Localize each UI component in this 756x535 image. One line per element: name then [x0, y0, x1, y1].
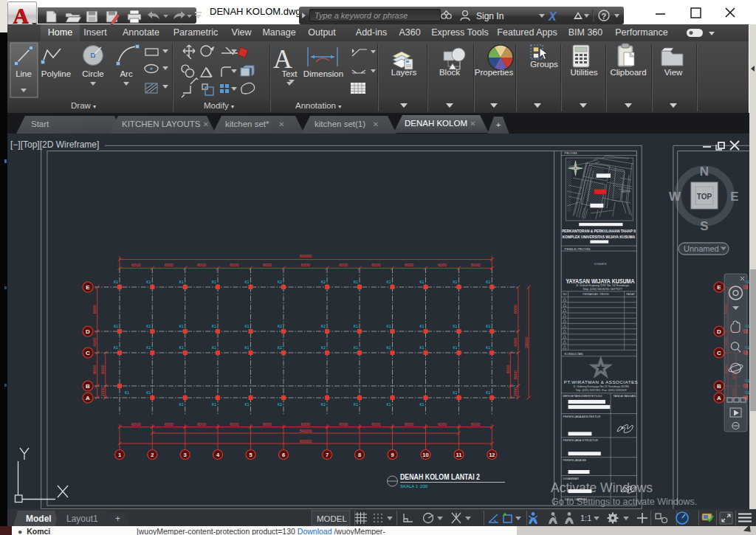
- svg-text:K1: K1: [387, 346, 391, 350]
- svg-text:K1: K1: [387, 403, 391, 407]
- svg-text:PARAF: PARAF: [626, 293, 636, 296]
- svg-text:Go to Settings to activate Win: Go to Settings to activate Windows.: [551, 497, 697, 507]
- svg-text:K2: K2: [321, 280, 326, 284]
- svg-text:Line: Line: [16, 69, 32, 78]
- svg-text:C: C: [717, 350, 721, 356]
- svg-text:2: 2: [151, 452, 154, 458]
- svg-text:PERKANTORAN & PERKULIAHAN TAHA: PERKANTORAN & PERKULIAHAN TAHAP II: [562, 229, 636, 233]
- svg-text:K1: K1: [179, 325, 184, 328]
- svg-text:6000: 6000: [230, 263, 238, 267]
- svg-text:Telp. (031) 5057391, Fax. (031: Telp. (031) 5057391, Fax. (031) 5031509: [575, 389, 626, 392]
- svg-text:K2: K2: [278, 325, 282, 328]
- svg-text:K1: K1: [420, 280, 425, 284]
- svg-text:6000: 6000: [197, 263, 206, 267]
- svg-text:K1: K1: [486, 346, 490, 350]
- svg-text:Utilities: Utilities: [570, 68, 597, 77]
- svg-text:6000: 6000: [300, 263, 309, 267]
- svg-text:Polyline: Polyline: [41, 69, 71, 78]
- svg-text:2000: 2000: [100, 387, 105, 396]
- svg-text:9: 9: [391, 452, 394, 458]
- svg-text:6000: 6000: [405, 263, 413, 267]
- svg-text:Text: Text: [281, 69, 298, 78]
- svg-text:66000: 66000: [300, 439, 312, 443]
- svg-text:K1: K1: [486, 391, 490, 395]
- svg-text:K1: K1: [179, 280, 184, 284]
- svg-text:Properties: Properties: [475, 68, 514, 77]
- svg-text:S: S: [700, 219, 708, 233]
- svg-text:7: 7: [326, 452, 329, 458]
- svg-text:K1: K1: [387, 325, 391, 328]
- svg-text:6000: 6000: [371, 263, 380, 267]
- svg-text:K1: K1: [125, 391, 129, 395]
- svg-text:+: +: [115, 514, 120, 524]
- svg-text:DENAH KOLOM LANTAI 2: DENAH KOLOM LANTAI 2: [400, 472, 480, 481]
- svg-text:6000: 6000: [438, 422, 447, 427]
- svg-text:NO: NO: [563, 293, 568, 296]
- svg-text:MENGETAHUI/MENYETUJUI: MENGETAHUI/MENYETUJUI: [563, 394, 602, 398]
- svg-text:6000: 6000: [230, 422, 238, 427]
- svg-text:1:1: 1:1: [580, 514, 591, 522]
- svg-text:K1: K1: [387, 280, 391, 284]
- svg-text:9000: 9000: [92, 305, 97, 314]
- svg-text:K1: K1: [212, 403, 216, 407]
- svg-text:D: D: [717, 328, 721, 335]
- svg-text:D: D: [86, 328, 90, 335]
- svg-text:PERENCANA ARSITEKTUR: PERENCANA ARSITEKTUR: [563, 415, 601, 418]
- svg-text:B: B: [86, 383, 90, 390]
- svg-text:8: 8: [358, 452, 361, 458]
- svg-text:PT.WIRATMAN & ASSOCIATES: PT.WIRATMAN & ASSOCIATES: [564, 379, 638, 384]
- svg-text:TOP: TOP: [697, 193, 712, 201]
- svg-text:K2: K2: [321, 325, 326, 328]
- svg-text:6000: 6000: [263, 422, 272, 427]
- svg-text:K1: K1: [420, 346, 425, 350]
- svg-text:K1: K1: [245, 346, 250, 350]
- svg-text:K1: K1: [146, 280, 151, 284]
- svg-text:PEMILIK PROYEK: PEMILIK PROYEK: [565, 247, 591, 251]
- svg-text:E: E: [730, 190, 738, 204]
- svg-text:1: 1: [118, 452, 121, 458]
- svg-text:6000: 6000: [339, 422, 348, 427]
- svg-text:K1: K1: [146, 346, 151, 350]
- svg-text:K1: K1: [486, 325, 490, 328]
- svg-text:4000: 4000: [513, 337, 518, 346]
- svg-text:11: 11: [456, 452, 462, 458]
- svg-text:A: A: [86, 395, 90, 401]
- svg-text:26000: 26000: [524, 336, 529, 348]
- svg-text:K1: K1: [146, 391, 151, 395]
- svg-text:SURABAYA: SURABAYA: [594, 263, 608, 266]
- svg-text:Jl. Gubeng Kertajaya No.51 Sur: Jl. Gubeng Kertajaya No.51 Surabaya 6028…: [573, 385, 629, 388]
- svg-text:KOMPLEK UNIVERSITAS WIJAYA KUS: KOMPLEK UNIVERSITAS WIJAYA KUSUMA: [563, 235, 636, 239]
- svg-text:K1: K1: [453, 346, 458, 350]
- svg-text:K2: K2: [278, 280, 282, 284]
- svg-text:Circle: Circle: [82, 69, 103, 78]
- svg-text:X: X: [548, 10, 557, 23]
- svg-text:66000: 66000: [300, 254, 312, 258]
- svg-text:Groups: Groups: [530, 60, 558, 69]
- svg-text:6000: 6000: [471, 263, 480, 267]
- svg-text:W: W: [669, 190, 681, 204]
- svg-text:K1: K1: [114, 280, 118, 284]
- svg-text:Activate Windows: Activate Windows: [551, 480, 653, 495]
- svg-text:3000: 3000: [506, 365, 510, 373]
- svg-text:6000: 6000: [164, 263, 173, 267]
- svg-text:[−][Top][2D Wireframe]: [−][Top][2D Wireframe]: [10, 139, 99, 150]
- svg-text:Block: Block: [439, 68, 460, 77]
- svg-text:6: 6: [282, 452, 285, 458]
- svg-text:Sign In: Sign In: [476, 11, 504, 21]
- svg-text:K1: K1: [245, 325, 250, 328]
- svg-text:8000: 8000: [513, 305, 518, 314]
- svg-text:6000: 6000: [405, 422, 413, 427]
- svg-text:6000: 6000: [131, 422, 140, 427]
- svg-text:K1: K1: [420, 403, 425, 407]
- svg-text:K1: K1: [212, 325, 216, 328]
- svg-text:K1: K1: [245, 280, 250, 284]
- svg-text:6000: 6000: [471, 422, 480, 427]
- svg-text:4000: 4000: [92, 337, 97, 346]
- svg-text:K1: K1: [114, 325, 118, 328]
- svg-text:KONSULTAN: KONSULTAN: [565, 352, 583, 356]
- svg-text:K1: K1: [453, 325, 458, 328]
- svg-text:N: N: [700, 165, 709, 179]
- svg-text:K1: K1: [453, 391, 458, 395]
- svg-text:6000: 6000: [438, 263, 447, 267]
- svg-text:3: 3: [184, 452, 187, 458]
